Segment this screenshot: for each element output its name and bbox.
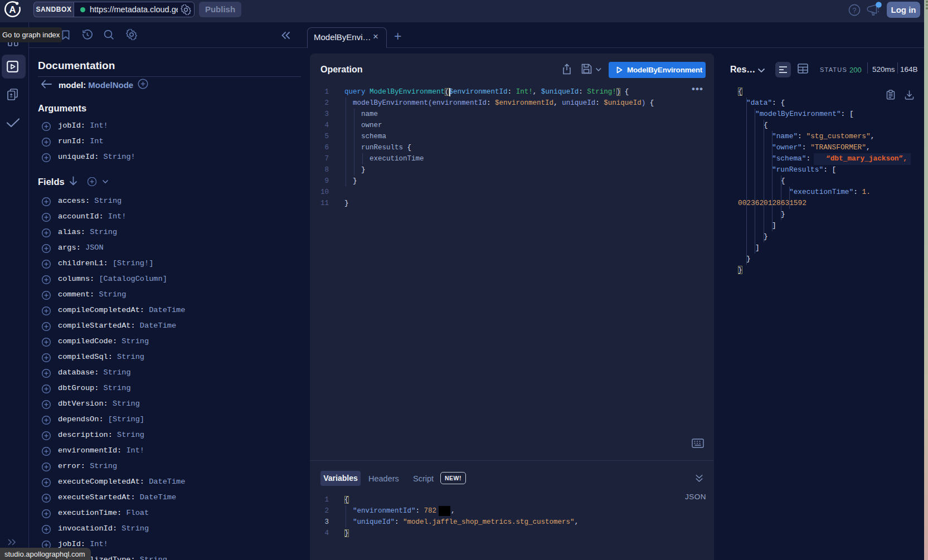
svg-text:?: ?	[853, 7, 857, 14]
svg-text:A: A	[9, 4, 16, 14]
